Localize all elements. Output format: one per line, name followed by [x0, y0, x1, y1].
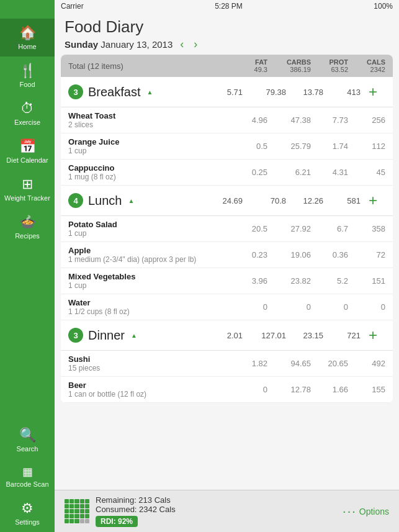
column-header-row: Total (12 items) FAT49.3 CARBS386.19 PRO… [61, 55, 393, 77]
list-item[interactable]: Orange Juice 1 cup 0.5 25.79 1.74 112 [61, 133, 393, 160]
list-item[interactable]: Water 1 1/2 cups (8 fl oz) 0 0 0 0 [61, 294, 393, 320]
food-name: Orange Juice [68, 137, 230, 147]
list-item[interactable]: Wheat Toast 2 slices 4.96 47.38 7.73 256 [61, 107, 393, 133]
food-fat: 0 [230, 298, 267, 316]
col-cals-header: CALS2342 [348, 58, 385, 73]
col-prot-header: PROT63.52 [311, 58, 348, 73]
food-carbs: 27.92 [267, 220, 311, 238]
sidebar-item-weight-tracker[interactable]: ⊞ Weight Tracker [0, 170, 55, 208]
rdi-badge: RDI: 92% [96, 516, 138, 527]
col-fat-header: FAT49.3 [230, 58, 267, 73]
options-button[interactable]: ··· Options [343, 504, 389, 518]
food-prot: 7.73 [311, 111, 348, 129]
food-name: Apple [68, 246, 230, 255]
bottom-stats: Remaining: 213 Cals Consumed: 2342 Cals … [96, 495, 176, 527]
food-name: Cappuccino [68, 163, 230, 173]
breakfast-add-button[interactable]: + [361, 83, 385, 101]
food-portion: 1 can or bottle (12 fl oz) [68, 390, 230, 399]
lunch-carbs: 70.8 [243, 196, 286, 205]
options-label: Options [359, 507, 389, 516]
sidebar-item-settings[interactable]: ⚙ Settings [0, 494, 55, 532]
food-name-area: Potato Salad 1 cup [68, 220, 230, 238]
sidebar-item-home[interactable]: 🏠 Home [0, 19, 55, 56]
food-carbs: 25.79 [267, 137, 311, 155]
dinner-header[interactable]: 3 Dinner ▲ 2.01 127.01 23.15 721 + [61, 320, 393, 351]
sidebar-label-food: Food [19, 81, 35, 88]
breakfast-name: Breakfast [88, 85, 140, 99]
food-portion: 1 cup [68, 229, 230, 238]
status-bar: Carrier 5:28 PM 100% [55, 0, 399, 12]
sidebar-label-search: Search [17, 445, 38, 453]
diet-calendar-icon: 📅 [19, 138, 36, 155]
col-carbs-total: 386.19 [290, 66, 311, 73]
lunch-add-button[interactable]: + [361, 192, 385, 209]
date-bold: Sunday [65, 39, 98, 50]
dinner-add-button[interactable]: + [361, 327, 385, 344]
lunch-prot: 12.26 [286, 196, 323, 205]
breakfast-carbs: 79.38 [243, 88, 286, 97]
main-content: Carrier 5:28 PM 100% Food Diary Sunday J… [55, 0, 399, 532]
options-dots-icon: ··· [343, 504, 357, 518]
lunch-cals: 581 [323, 196, 361, 205]
food-prot: 1.66 [311, 381, 348, 399]
page-title: Food Diary [65, 17, 389, 37]
food-fat: 0.5 [230, 137, 267, 155]
sidebar-item-recipes[interactable]: 🍲 Recipes [0, 208, 55, 246]
sidebar: 🏠 Home 🍴 Food ⏱ Exercise 📅 Diet Calendar… [0, 0, 55, 532]
sidebar-label-settings: Settings [15, 518, 40, 526]
sidebar-item-barcode[interactable]: ▦ Barcode Scan [0, 459, 55, 494]
food-carbs: 23.82 [267, 272, 311, 290]
list-item[interactable]: Cappuccino 1 mug (8 fl oz) 0.25 6.21 4.3… [61, 160, 393, 186]
col-carbs-header: CARBS386.19 [267, 58, 311, 73]
dinner-fat: 2.01 [205, 331, 243, 340]
sidebar-item-food[interactable]: 🍴 Food [0, 56, 55, 94]
food-icon: 🍴 [19, 63, 36, 79]
food-portion: 1 mug (8 fl oz) [68, 173, 230, 181]
sidebar-label-diet-calendar: Diet Calendar [6, 156, 48, 164]
food-portion: 1 1/2 cups (8 fl oz) [68, 307, 230, 316]
sidebar-item-search[interactable]: 🔍 Search [0, 421, 55, 459]
next-date-button[interactable]: › [191, 38, 200, 51]
sidebar-label-home: Home [18, 43, 36, 50]
list-item[interactable]: Mixed Vegetables 1 cup 3.96 23.82 5.2 15… [61, 268, 393, 294]
sidebar-item-exercise[interactable]: ⏱ Exercise [0, 94, 55, 132]
food-carbs: 47.38 [267, 111, 311, 129]
food-name-area: Wheat Toast 2 slices [68, 111, 230, 129]
food-portion: 1 cup [68, 147, 230, 155]
food-portion: 2 slices [68, 120, 230, 129]
food-prot: 0.36 [311, 246, 348, 264]
food-fat: 0.25 [230, 163, 267, 181]
food-diary-scroll[interactable]: Total (12 items) FAT49.3 CARBS386.19 PRO… [55, 55, 399, 490]
bottom-info: Remaining: 213 Cals Consumed: 2342 Cals … [65, 495, 176, 527]
prev-date-button[interactable]: ‹ [177, 38, 186, 51]
food-name: Sushi [68, 354, 230, 364]
sidebar-item-diet-calendar[interactable]: 📅 Diet Calendar [0, 132, 55, 170]
food-name-area: Apple 1 medium (2-3/4" dia) (approx 3 pe… [68, 246, 230, 264]
food-name: Wheat Toast [68, 111, 230, 120]
list-item[interactable]: Beer 1 can or bottle (12 fl oz) 0 12.78 … [61, 377, 393, 403]
sidebar-label-weight-tracker: Weight Tracker [4, 194, 50, 202]
col-prot-total: 63.52 [331, 66, 348, 73]
weight-tracker-icon: ⊞ [22, 176, 33, 192]
lunch-header[interactable]: 4 Lunch ▲ 24.69 70.8 12.26 581 + [61, 186, 393, 216]
time-label: 5:28 PM [215, 2, 243, 11]
food-prot: 4.31 [311, 163, 348, 181]
dinner-carbs: 127.01 [243, 331, 286, 340]
date-navigation: Sunday January 13, 2013 ‹ › [65, 38, 389, 51]
breakfast-header[interactable]: 3 Breakfast ▲ 5.71 79.38 13.78 413 + [61, 77, 393, 107]
food-name-area: Beer 1 can or bottle (12 fl oz) [68, 381, 230, 399]
dinner-cals: 721 [323, 331, 361, 340]
list-item[interactable]: Apple 1 medium (2-3/4" dia) (approx 3 pe… [61, 242, 393, 268]
dinner-prot: 23.15 [286, 331, 323, 340]
exercise-icon: ⏱ [20, 101, 34, 117]
food-portion: 1 medium (2-3/4" dia) (approx 3 per lb) [68, 255, 230, 264]
list-item[interactable]: Potato Salad 1 cup 20.5 27.92 6.7 358 [61, 216, 393, 242]
list-item[interactable]: Sushi 15 pieces 1.82 94.65 20.65 492 [61, 351, 393, 377]
lunch-badge: 4 [68, 193, 83, 208]
food-prot: 20.65 [311, 354, 348, 372]
home-icon: 🏠 [19, 25, 36, 41]
food-carbs: 6.21 [267, 163, 311, 181]
food-fat: 0 [230, 381, 267, 399]
food-prot: 1.74 [311, 137, 348, 155]
page-header: Food Diary Sunday January 13, 2013 ‹ › [55, 12, 399, 55]
